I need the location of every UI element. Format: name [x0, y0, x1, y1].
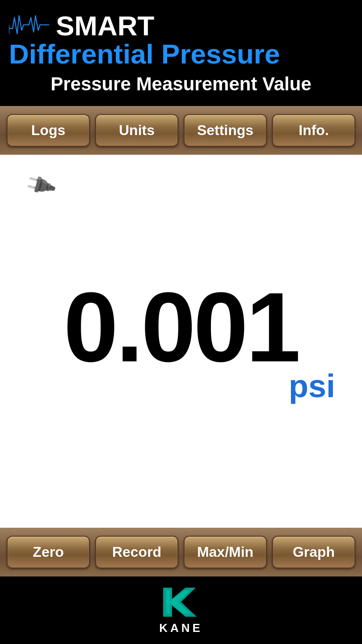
- main-content: 🔌 0.001 psi: [0, 155, 362, 528]
- differential-pressure-title: Differential Pressure: [9, 38, 353, 70]
- smart-title: SMART: [56, 12, 154, 40]
- graph-button[interactable]: Graph: [272, 536, 355, 568]
- zero-button[interactable]: Zero: [7, 536, 90, 568]
- top-toolbar: Logs Units Settings Info.: [0, 106, 362, 155]
- kane-brand-text: KANE: [159, 621, 203, 635]
- plug-icon: 🔌: [22, 168, 58, 203]
- subtitle: Pressure Measurement Value: [9, 73, 353, 99]
- settings-button[interactable]: Settings: [184, 114, 267, 147]
- maxmin-button[interactable]: Max/Min: [184, 536, 267, 568]
- info-button[interactable]: Info.: [272, 114, 355, 147]
- bottom-toolbar: Zero Record Max/Min Graph: [0, 528, 362, 576]
- measurement-value: 0.001: [63, 278, 299, 377]
- footer: KANE: [0, 576, 362, 644]
- kane-k-icon: [161, 585, 201, 619]
- logs-button[interactable]: Logs: [7, 114, 90, 147]
- wave-logo: [9, 9, 49, 42]
- app-header: SMART Differential Pressure Pressure Mea…: [0, 0, 362, 106]
- unit-label: psi: [289, 368, 335, 404]
- record-button[interactable]: Record: [95, 536, 178, 568]
- units-button[interactable]: Units: [95, 114, 178, 147]
- kane-logo: KANE: [159, 585, 203, 635]
